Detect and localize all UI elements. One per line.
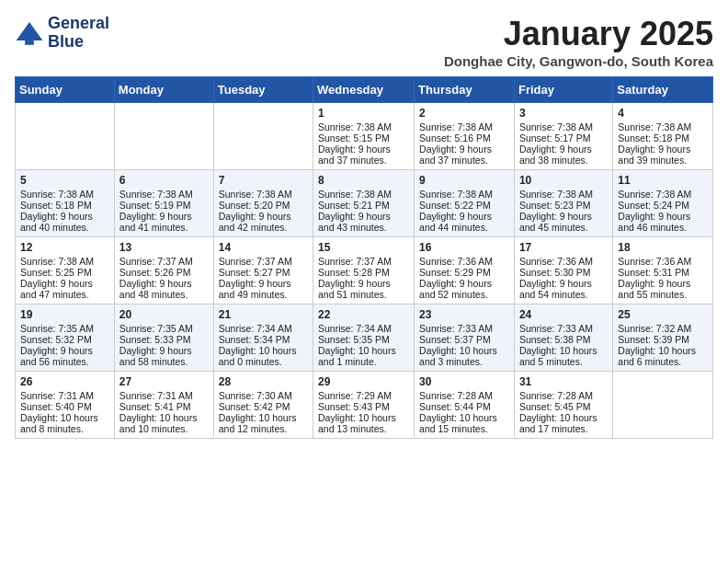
day-info: Daylight: 10 hours	[219, 345, 308, 356]
location: Donghae City, Gangwon-do, South Korea	[444, 53, 713, 69]
day-number: 13	[119, 241, 209, 254]
day-info: Sunrise: 7:38 AM	[318, 189, 409, 200]
logo-line2: Blue	[48, 33, 109, 52]
day-number: 7	[219, 174, 308, 187]
calendar-cell	[213, 103, 313, 170]
calendar-cell: 23Sunrise: 7:33 AMSunset: 5:37 PMDayligh…	[415, 304, 515, 372]
day-info: and 37 minutes.	[318, 155, 409, 166]
day-number: 3	[519, 107, 608, 120]
calendar-cell: 26Sunrise: 7:31 AMSunset: 5:40 PMDayligh…	[16, 372, 115, 439]
day-info: Daylight: 10 hours	[20, 412, 109, 423]
day-info: Sunset: 5:30 PM	[519, 267, 608, 278]
day-info: Sunset: 5:20 PM	[219, 200, 308, 211]
day-info: Sunrise: 7:38 AM	[219, 189, 308, 200]
day-number: 2	[419, 107, 509, 120]
calendar-cell: 13Sunrise: 7:37 AMSunset: 5:26 PMDayligh…	[114, 237, 213, 304]
day-info: and 55 minutes.	[618, 289, 708, 300]
day-info: and 1 minute.	[318, 356, 409, 367]
calendar-cell: 27Sunrise: 7:31 AMSunset: 5:41 PMDayligh…	[114, 372, 213, 439]
day-info: Daylight: 9 hours	[20, 211, 109, 222]
day-info: Daylight: 9 hours	[419, 144, 509, 155]
logo: General Blue	[15, 15, 109, 52]
day-info: Sunrise: 7:30 AM	[219, 390, 308, 401]
day-info: and 15 minutes.	[419, 423, 509, 434]
day-info: Daylight: 9 hours	[219, 278, 308, 289]
day-number: 22	[318, 308, 409, 321]
day-number: 12	[20, 241, 109, 254]
day-info: and 41 minutes.	[119, 222, 209, 233]
day-info: Daylight: 9 hours	[519, 211, 608, 222]
day-info: Sunrise: 7:35 AM	[119, 323, 209, 334]
calendar-cell: 1Sunrise: 7:38 AMSunset: 5:15 PMDaylight…	[313, 103, 415, 170]
day-info: Daylight: 9 hours	[618, 144, 708, 155]
calendar-cell: 24Sunrise: 7:33 AMSunset: 5:38 PMDayligh…	[514, 304, 612, 372]
day-number: 25	[618, 308, 708, 321]
calendar-cell: 3Sunrise: 7:38 AMSunset: 5:17 PMDaylight…	[514, 103, 612, 170]
day-info: Sunset: 5:16 PM	[419, 132, 509, 144]
calendar-cell	[613, 372, 713, 439]
day-info: Sunrise: 7:31 AM	[20, 390, 109, 401]
day-info: Daylight: 9 hours	[618, 278, 708, 289]
calendar-cell: 14Sunrise: 7:37 AMSunset: 5:27 PMDayligh…	[213, 237, 313, 304]
calendar-cell: 8Sunrise: 7:38 AMSunset: 5:21 PMDaylight…	[313, 170, 415, 237]
day-number: 10	[519, 174, 608, 187]
day-info: Sunrise: 7:28 AM	[519, 390, 608, 401]
day-number: 8	[318, 174, 409, 187]
calendar-cell: 28Sunrise: 7:30 AMSunset: 5:42 PMDayligh…	[213, 372, 313, 439]
day-info: Sunset: 5:23 PM	[519, 200, 608, 211]
calendar-week-3: 12Sunrise: 7:38 AMSunset: 5:25 PMDayligh…	[16, 237, 713, 304]
day-number: 20	[119, 308, 209, 321]
day-number: 9	[419, 174, 509, 187]
day-info: Sunset: 5:18 PM	[618, 132, 708, 144]
day-info: Sunset: 5:19 PM	[119, 200, 209, 211]
calendar-body: 1Sunrise: 7:38 AMSunset: 5:15 PMDaylight…	[16, 103, 713, 439]
calendar-cell: 29Sunrise: 7:29 AMSunset: 5:43 PMDayligh…	[313, 372, 415, 439]
day-info: Sunset: 5:32 PM	[20, 334, 109, 345]
day-info: Daylight: 9 hours	[318, 278, 409, 289]
day-info: and 12 minutes.	[219, 423, 308, 434]
month-title: January 2025	[444, 15, 713, 53]
day-info: Daylight: 9 hours	[119, 278, 209, 289]
day-info: Daylight: 10 hours	[318, 412, 409, 423]
day-info: Daylight: 9 hours	[318, 211, 409, 222]
day-info: Daylight: 10 hours	[519, 345, 608, 356]
calendar-week-1: 1Sunrise: 7:38 AMSunset: 5:15 PMDaylight…	[16, 103, 713, 170]
day-info: Sunrise: 7:38 AM	[419, 121, 509, 132]
day-info: Sunrise: 7:38 AM	[20, 256, 109, 267]
day-number: 29	[318, 375, 409, 388]
day-number: 18	[618, 241, 708, 254]
day-number: 11	[618, 174, 708, 187]
day-info: and 45 minutes.	[519, 222, 608, 233]
day-info: Sunset: 5:31 PM	[618, 267, 708, 278]
day-info: and 37 minutes.	[419, 155, 509, 166]
day-info: and 48 minutes.	[119, 289, 209, 300]
day-info: Sunrise: 7:36 AM	[519, 256, 608, 267]
day-number: 6	[119, 174, 209, 187]
day-info: Sunrise: 7:38 AM	[618, 189, 708, 200]
day-info: Sunset: 5:42 PM	[219, 401, 308, 412]
calendar-cell: 4Sunrise: 7:38 AMSunset: 5:18 PMDaylight…	[613, 103, 713, 170]
day-info: Daylight: 10 hours	[419, 412, 509, 423]
day-info: Sunrise: 7:34 AM	[219, 323, 308, 334]
day-number: 14	[219, 241, 308, 254]
day-info: Sunset: 5:39 PM	[618, 334, 708, 345]
calendar-cell: 9Sunrise: 7:38 AMSunset: 5:22 PMDaylight…	[415, 170, 515, 237]
day-info: Sunset: 5:18 PM	[20, 200, 109, 211]
day-number: 16	[419, 241, 509, 254]
calendar-cell: 6Sunrise: 7:38 AMSunset: 5:19 PMDaylight…	[114, 170, 213, 237]
day-header-wednesday: Wednesday	[313, 77, 415, 103]
day-info: and 13 minutes.	[318, 423, 409, 434]
day-number: 21	[219, 308, 308, 321]
calendar-cell: 5Sunrise: 7:38 AMSunset: 5:18 PMDaylight…	[16, 170, 115, 237]
svg-rect-2	[25, 40, 34, 45]
day-info: Sunrise: 7:31 AM	[119, 390, 209, 401]
day-info: Sunrise: 7:38 AM	[419, 189, 509, 200]
calendar-cell: 10Sunrise: 7:38 AMSunset: 5:23 PMDayligh…	[514, 170, 612, 237]
calendar-cell: 18Sunrise: 7:36 AMSunset: 5:31 PMDayligh…	[613, 237, 713, 304]
day-info: Sunset: 5:24 PM	[618, 200, 708, 211]
day-info: and 5 minutes.	[519, 356, 608, 367]
calendar-week-5: 26Sunrise: 7:31 AMSunset: 5:40 PMDayligh…	[16, 372, 713, 439]
day-info: and 52 minutes.	[419, 289, 509, 300]
day-info: Daylight: 10 hours	[318, 345, 409, 356]
day-info: and 42 minutes.	[219, 222, 308, 233]
